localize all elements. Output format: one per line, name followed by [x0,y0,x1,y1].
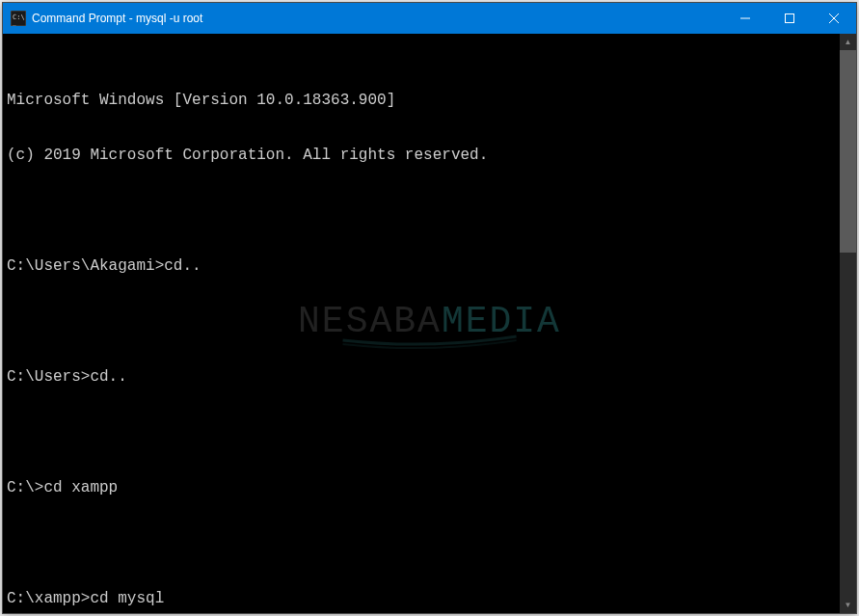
terminal-line: C:\Users>cd.. [7,368,852,387]
terminal-line: C:\Users\Akagami>cd.. [7,257,852,276]
scrollbar-down-icon[interactable]: ▼ [840,597,856,613]
terminal-line: (c) 2019 Microsoft Corporation. All righ… [7,147,852,165]
terminal-line: Microsoft Windows [Version 10.0.18363.90… [7,92,852,110]
terminal-line: C:\xampp>cd mysql [7,590,852,608]
window-title: Command Prompt - mysql -u root [32,12,723,25]
scrollbar-thumb[interactable] [840,50,856,253]
scrollbar[interactable]: ▲ ▼ [840,34,856,613]
close-button[interactable] [812,3,856,34]
terminal-line [7,424,852,442]
svg-rect-4 [786,14,794,23]
maximize-button[interactable] [767,3,812,34]
titlebar[interactable]: C:\ _ Command Prompt - mysql -u root [3,3,856,34]
scrollbar-up-icon[interactable]: ▲ [840,34,856,50]
terminal-line [7,313,852,332]
terminal-line [7,202,852,221]
terminal-line [7,535,852,553]
minimize-button[interactable] [723,3,767,34]
window-controls [723,3,856,34]
svg-text:_: _ [13,18,16,26]
cmd-icon: C:\ _ [11,11,26,26]
command-prompt-window: C:\ _ Command Prompt - mysql -u root NES… [2,2,857,614]
terminal-output[interactable]: NESABAMEDIA Microsoft Windows [Version 1… [3,34,856,613]
terminal-line: C:\>cd xampp [7,479,852,497]
